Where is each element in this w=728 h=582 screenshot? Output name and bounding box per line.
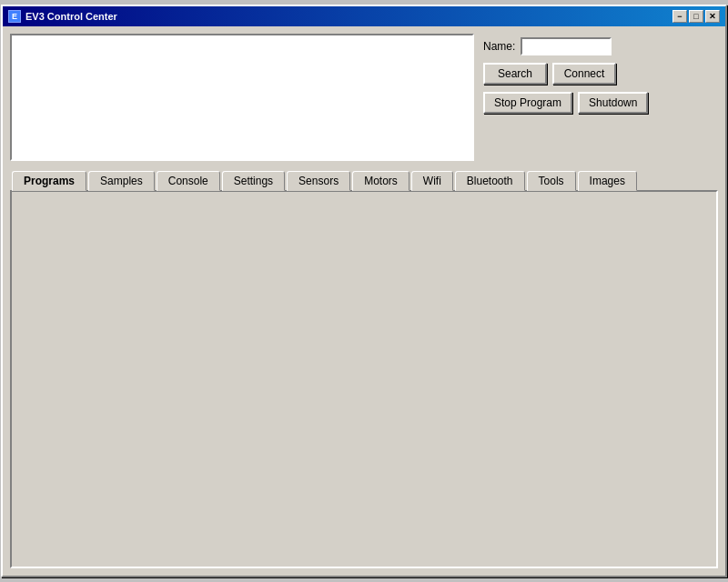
tab-console[interactable]: Console xyxy=(157,171,220,191)
title-bar: E EV3 Control Center − □ ✕ xyxy=(3,6,725,26)
tab-settings[interactable]: Settings xyxy=(222,171,285,191)
tab-images[interactable]: Images xyxy=(578,171,637,191)
tab-sensors[interactable]: Sensors xyxy=(287,171,350,191)
search-connect-row: Search Connect xyxy=(483,63,718,85)
maximize-button[interactable]: □ xyxy=(689,10,703,23)
connect-button[interactable]: Connect xyxy=(552,63,616,85)
tabs-container: Programs Samples Console Settings Sensor… xyxy=(10,170,718,190)
tab-content xyxy=(10,190,718,568)
name-row: Name: xyxy=(483,37,718,55)
tab-motors[interactable]: Motors xyxy=(352,171,410,191)
name-label: Name: xyxy=(483,40,515,53)
tab-programs[interactable]: Programs xyxy=(12,171,86,191)
device-list[interactable] xyxy=(10,34,474,161)
window-title: EV3 Control Center xyxy=(25,11,117,22)
stop-shutdown-row: Stop Program Shutdown xyxy=(483,92,718,114)
stop-program-button[interactable]: Stop Program xyxy=(483,92,572,114)
title-bar-left: E EV3 Control Center xyxy=(8,10,117,23)
tab-samples[interactable]: Samples xyxy=(88,171,155,191)
search-button[interactable]: Search xyxy=(483,63,547,85)
title-bar-controls: − □ ✕ xyxy=(672,10,720,23)
tab-wifi[interactable]: Wifi xyxy=(411,171,453,191)
close-button[interactable]: ✕ xyxy=(705,10,720,23)
tab-bluetooth[interactable]: Bluetooth xyxy=(455,171,525,191)
top-section: Name: Search Connect Stop Program Shutdo… xyxy=(10,34,718,161)
controls-panel: Name: Search Connect Stop Program Shutdo… xyxy=(483,34,718,161)
app-icon: E xyxy=(8,10,21,23)
main-window: E EV3 Control Center − □ ✕ Name: Se xyxy=(1,5,727,577)
tab-tools[interactable]: Tools xyxy=(527,171,576,191)
window-content: Name: Search Connect Stop Program Shutdo… xyxy=(3,26,725,576)
name-input[interactable] xyxy=(521,37,612,55)
shutdown-button[interactable]: Shutdown xyxy=(578,92,648,114)
minimize-button[interactable]: − xyxy=(672,10,687,23)
